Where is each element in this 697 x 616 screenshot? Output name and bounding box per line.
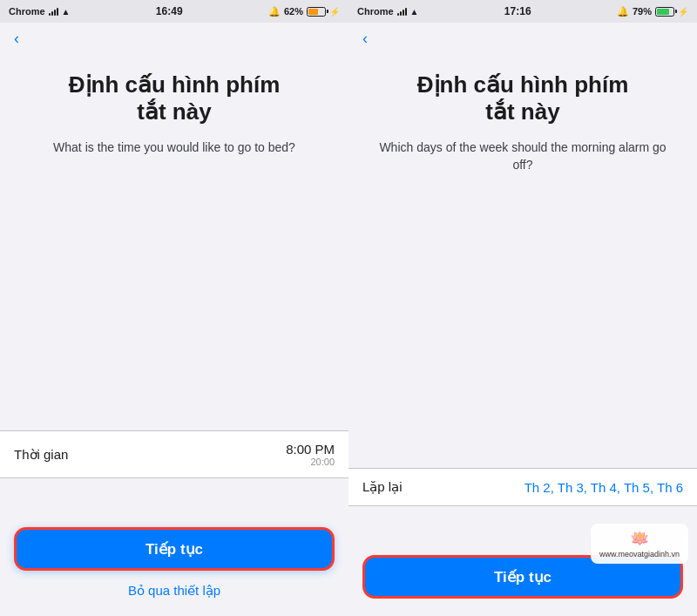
left-bottom-area: Tiếp tục Bỏ qua thiết lập	[0, 527, 348, 616]
signal-bar-1	[49, 13, 51, 16]
watermark-logo-icon: 🪷	[630, 529, 649, 548]
left-back-icon: ‹	[14, 30, 19, 48]
left-nav-bar: ‹	[0, 23, 348, 54]
right-status-bar-right: 🔔 79% ⚡	[617, 6, 688, 17]
left-skip-link[interactable]: Bỏ qua thiết lập	[128, 583, 220, 599]
left-battery	[307, 7, 326, 17]
right-status-bar-left: Chrome ▲	[357, 6, 418, 17]
left-status-bar-left: Chrome ▲	[9, 6, 70, 17]
left-row-label: Thời gian	[14, 447, 68, 463]
right-continue-button-text: Tiếp tục	[494, 568, 552, 586]
right-watermark: 🪷 www.meovatgiadinh.vn	[591, 524, 688, 564]
left-status-bar: Chrome ▲ 16:49 🔔 62% ⚡	[0, 0, 348, 23]
left-battery-percent: 62%	[284, 6, 303, 17]
right-signal-bar-1	[397, 13, 399, 16]
left-screen-title: Định cấu hình phím tắt này	[21, 71, 328, 125]
right-row-label: Lặp lại	[362, 479, 403, 495]
right-screen-title: Định cấu hình phím tắt này	[369, 71, 676, 125]
right-signal-bar-4	[405, 8, 407, 16]
right-status-bar: Chrome ▲ 17:16 🔔 79% ⚡	[348, 0, 697, 23]
left-status-bar-right: 🔔 62% ⚡	[268, 6, 340, 17]
right-app-name: Chrome	[357, 6, 394, 17]
right-charge-icon: ⚡	[678, 7, 688, 17]
signal-bar-3	[54, 10, 56, 16]
left-app-name: Chrome	[9, 6, 45, 17]
right-signal-bars	[397, 7, 407, 16]
left-bottom-spacer	[0, 492, 348, 527]
left-row-value-container: 8:00 PM 20:00	[286, 442, 335, 467]
left-content: Định cấu hình phím tắt này What is the t…	[0, 54, 348, 430]
right-spacer	[369, 192, 676, 468]
left-phone-screen: Chrome ▲ 16:49 🔔 62% ⚡ ‹	[0, 0, 348, 616]
left-charge-icon: ⚡	[329, 7, 340, 17]
signal-bar-2	[51, 11, 53, 16]
right-back-button[interactable]: ‹	[362, 30, 368, 48]
right-phone-screen: Chrome ▲ 17:16 🔔 79% ⚡ ‹	[348, 0, 697, 616]
right-bottom-area: Tiếp tục	[348, 555, 697, 616]
right-alarm-icon: 🔔	[617, 6, 629, 17]
left-row-value: 8:00 PM	[286, 442, 335, 457]
right-signal-bar-3	[403, 10, 404, 16]
right-time: 17:16	[504, 5, 531, 17]
right-nav-bar: ‹	[348, 23, 697, 54]
right-battery-box	[655, 7, 674, 17]
right-signal-bar-2	[400, 11, 402, 16]
left-row-value-sub: 20:00	[286, 457, 335, 467]
right-wifi-icon: ▲	[410, 7, 419, 17]
left-settings-row[interactable]: Thời gian 8:00 PM 20:00	[0, 431, 348, 477]
right-battery	[655, 7, 674, 17]
left-back-button[interactable]: ‹	[14, 30, 19, 48]
left-continue-button-text: Tiếp tục	[145, 540, 203, 558]
right-row-value: Th 2, Th 3, Th 4, Th 5, Th 6	[524, 480, 683, 495]
left-battery-box	[307, 7, 326, 17]
signal-bar-4	[57, 8, 58, 16]
left-screen-subtitle: What is the time you would like to go to…	[21, 139, 328, 157]
right-battery-fill	[657, 9, 669, 15]
left-continue-button[interactable]: Tiếp tục	[14, 527, 335, 571]
right-battery-percent: 79%	[633, 6, 652, 17]
left-time: 16:49	[156, 5, 183, 17]
left-wifi-icon: ▲	[62, 7, 71, 17]
left-settings-section: Thời gian 8:00 PM 20:00	[0, 430, 348, 478]
left-spacer	[21, 174, 328, 430]
left-signal-bars	[49, 7, 58, 16]
right-screen-subtitle: Which days of the week should the mornin…	[369, 139, 676, 173]
watermark-url: www.meovatgiadinh.vn	[599, 550, 680, 558]
left-battery-fill	[308, 9, 318, 15]
right-content: Định cấu hình phím tắt này Which days of…	[348, 54, 697, 468]
right-settings-section: Lặp lại Th 2, Th 3, Th 4, Th 5, Th 6	[348, 468, 697, 506]
left-alarm-icon: 🔔	[268, 6, 281, 17]
right-back-icon: ‹	[362, 30, 368, 48]
right-settings-row[interactable]: Lặp lại Th 2, Th 3, Th 4, Th 5, Th 6	[348, 469, 697, 505]
